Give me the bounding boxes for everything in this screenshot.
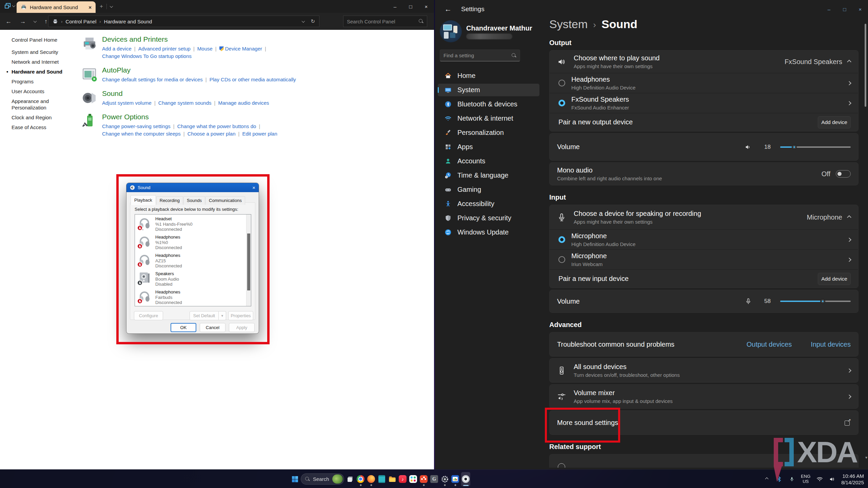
input-chooser-header[interactable]: Choose a device for speaking or recordin…	[550, 205, 858, 229]
tab-playback[interactable]: Playback	[131, 195, 156, 205]
scrollbar-down-icon[interactable]: ▾	[865, 455, 867, 460]
output-device-headphones[interactable]: Headphones High Definition Audio Device	[550, 73, 858, 93]
tab-close-icon[interactable]: ×	[88, 4, 92, 10]
sidebar-item-windows-update[interactable]: Windows Update	[438, 226, 539, 239]
task-view-button[interactable]	[346, 472, 355, 486]
tab-recording[interactable]: Recording	[156, 196, 183, 205]
cancel-button[interactable]: Cancel	[200, 323, 225, 332]
history-chevron-icon[interactable]	[34, 19, 37, 23]
microphone-icon[interactable]	[745, 298, 752, 305]
link-computer-sleeps[interactable]: Change when the computer sleeps	[102, 131, 181, 137]
set-default-dropdown-icon[interactable]: ▼	[219, 311, 226, 320]
input-device-iriun[interactable]: Microphone Iriun Webcam	[550, 249, 858, 269]
slider-thumb[interactable]	[792, 145, 796, 149]
maximize-button[interactable]: □	[403, 0, 418, 13]
link-manage-audio[interactable]: Manage audio devices	[218, 100, 269, 106]
taskbar-app-notes[interactable]	[377, 472, 386, 486]
link-default-media[interactable]: Change default settings for media or dev…	[102, 77, 203, 82]
breadcrumb-parent[interactable]: System	[549, 18, 588, 31]
output-device-fxsound[interactable]: FxSound Speakers FxSound Audio Enhancer	[550, 93, 858, 113]
back-icon[interactable]: ←	[445, 5, 452, 13]
sidebar-item-bluetooth[interactable]: Bluetooth & devices	[438, 98, 539, 110]
speaker-tray-icon[interactable]	[829, 476, 835, 483]
device-row-headphones-1[interactable]: Headphones %1%0 Disconnected	[135, 233, 251, 251]
taskbar-app-gimp[interactable]: G	[430, 472, 439, 486]
link-mouse[interactable]: Mouse	[197, 46, 213, 52]
settings-scrollbar[interactable]	[865, 21, 866, 462]
sidebar-item-privacy[interactable]: Privacy & security	[438, 212, 539, 224]
link-play-cds[interactable]: Play CDs or other media automatically	[210, 77, 296, 82]
radio-unselected[interactable]	[558, 256, 565, 263]
breadcrumb-root[interactable]: Control Panel	[65, 19, 96, 24]
section-title[interactable]: Sound	[102, 89, 269, 98]
link-choose-plan[interactable]: Choose a power plan	[188, 131, 236, 137]
refresh-button[interactable]: ↻	[311, 18, 315, 24]
taskbar-app-fxsound[interactable]	[461, 472, 470, 486]
clock[interactable]: 10:46 AM 8/14/2025	[841, 473, 864, 486]
section-title[interactable]: Devices and Printers	[102, 35, 269, 43]
device-list-scrollbar[interactable]	[246, 215, 251, 306]
speaker-icon[interactable]	[744, 143, 752, 151]
sidebar-item-accounts[interactable]: Accounts	[438, 155, 539, 167]
sidebar-item-personalization[interactable]: Personalization	[438, 126, 539, 139]
scrollbar-thumb[interactable]	[865, 24, 866, 107]
taskbar-app-explorer[interactable]	[388, 472, 397, 486]
sidebar-item-network[interactable]: Network & internet	[438, 112, 539, 125]
sidebar-item-network-internet[interactable]: Network and Internet	[12, 59, 70, 65]
sidebar-item-home[interactable]: Home	[438, 69, 539, 82]
apply-button[interactable]: Apply	[229, 323, 255, 332]
sidebar-item-hardware-sound[interactable]: Hardware and Sound	[12, 68, 70, 75]
tab-hardware-and-sound[interactable]: Hardware and Sound ×	[17, 1, 96, 13]
new-tab-button[interactable]: +	[100, 3, 103, 10]
sidebar-item-user-accounts[interactable]: User Accounts	[12, 88, 70, 95]
sidebar-item-appearance[interactable]: Appearance and Personalization	[12, 98, 70, 111]
output-devices-link[interactable]: Output devices	[747, 341, 792, 348]
sidebar-item-ease-access[interactable]: Ease of Access	[12, 124, 70, 130]
link-power-buttons[interactable]: Change what the power buttons do	[177, 123, 256, 129]
minimize-button[interactable]: –	[387, 0, 403, 13]
slider-thumb[interactable]	[821, 299, 825, 304]
link-power-saving[interactable]: Change power-saving settings	[102, 123, 171, 129]
sidebar-item-clock-region[interactable]: Clock and Region	[12, 114, 70, 121]
search-input[interactable]	[347, 19, 419, 24]
section-title[interactable]: AutoPlay	[102, 66, 296, 74]
output-chooser-header[interactable]: Choose where to play sound Apps might ha…	[550, 50, 858, 73]
start-button[interactable]	[290, 472, 299, 486]
all-sound-devices-card[interactable]: All sound devices Turn devices on/off, t…	[549, 358, 859, 383]
input-volume-slider[interactable]	[780, 301, 851, 302]
sidebar-item-apps[interactable]: Apps	[438, 141, 539, 153]
properties-button[interactable]: Properties	[228, 311, 253, 320]
device-row-headphones-3[interactable]: Headphones Fairbuds Disconnected	[135, 288, 251, 306]
address-dropdown-icon[interactable]	[302, 19, 305, 23]
output-volume-slider[interactable]	[780, 146, 851, 148]
more-sound-settings-card[interactable]: More sound settings	[549, 410, 859, 435]
link-edit-plan[interactable]: Edit power plan	[242, 131, 277, 137]
link-add-device[interactable]: Add a device	[102, 46, 132, 52]
taskbar-app-music[interactable]: ♪	[398, 472, 407, 486]
search-highlight-image[interactable]	[332, 474, 343, 484]
link-adv-printer[interactable]: Advanced printer setup	[138, 46, 191, 52]
radio-selected[interactable]	[558, 236, 565, 243]
control-panel-searchbox[interactable]	[343, 16, 427, 27]
input-devices-link[interactable]: Input devices	[811, 341, 851, 348]
taskbar-app-photos[interactable]	[451, 472, 460, 486]
tab-communications[interactable]: Communications	[205, 196, 245, 205]
mono-toggle[interactable]	[836, 170, 851, 178]
ok-button[interactable]: OK	[171, 323, 196, 332]
sidebar-item-programs[interactable]: Programs	[12, 78, 70, 85]
microphone-tray-icon[interactable]	[788, 476, 795, 483]
language-indicator[interactable]: ENG US	[801, 474, 810, 484]
forward-button[interactable]: →	[20, 18, 26, 25]
volume-mixer-card[interactable]: Volume mixer App volume mix, app input &…	[549, 384, 859, 409]
sidebar-item-system-security[interactable]: System and Security	[12, 49, 70, 55]
input-device-hd[interactable]: Microphone High Definition Audio Device	[550, 229, 858, 249]
section-title[interactable]: Power Options	[102, 113, 277, 121]
sidebar-item-accessibility[interactable]: Accessibility	[438, 198, 539, 210]
device-row-headphones-2[interactable]: Headphones AZ15 Disconnected	[135, 251, 251, 269]
close-button[interactable]: ×	[418, 0, 434, 13]
add-input-device-button[interactable]: Add device	[818, 273, 851, 285]
device-row-speakers[interactable]: Speakers Boom Audio Disabled	[135, 269, 251, 288]
scrollbar-thumb[interactable]	[247, 233, 250, 290]
window-copy-icon[interactable]	[5, 3, 15, 9]
taskbar-app-slack[interactable]	[409, 472, 418, 486]
